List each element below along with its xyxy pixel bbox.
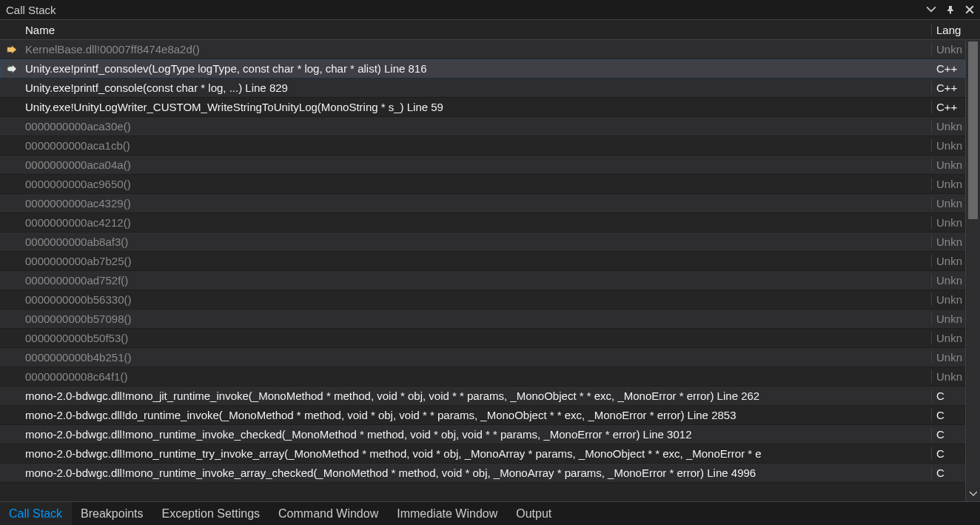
current-frame-arrow-icon (0, 45, 24, 54)
frame-name: 0000000000aca04a() (25, 158, 131, 171)
frame-language-cell: Unkn (932, 139, 965, 152)
frame-name-cell[interactable]: Unity.exe!UnityLogWriter_CUSTOM_WriteStr… (24, 101, 932, 113)
pin-icon[interactable] (944, 4, 956, 16)
tab-breakpoints[interactable]: Breakpoints (72, 502, 153, 525)
frame-name: 0000000000ad752f() (25, 274, 128, 287)
stack-frame-rows: KernelBase.dll!00007ff8474e8a2d()UnknUni… (0, 40, 965, 501)
frame-name-cell[interactable]: mono-2.0-bdwgc.dll!mono_runtime_invoke_c… (24, 428, 932, 441)
tab-output[interactable]: Output (507, 502, 561, 525)
frame-language-cell: C++ (932, 81, 965, 94)
frame-name-cell[interactable]: 0000000000b4b251() (24, 351, 932, 364)
frame-name-cell[interactable]: 0000000000b56330() (24, 293, 932, 306)
stack-frame-row[interactable]: 0000000000aca30e()Unkn (0, 117, 965, 136)
stack-frame-row[interactable]: mono-2.0-bdwgc.dll!do_runtime_invoke(_Mo… (0, 406, 965, 425)
stack-frame-row[interactable]: 0000000000b4b251()Unkn (0, 348, 965, 367)
frame-name: 0000000000aca30e() (25, 120, 131, 133)
stack-frame-row[interactable]: 00000000008c64f1()Unkn (0, 367, 965, 387)
frame-name-cell[interactable]: Unity.exe!printf_consolev(LogType logTyp… (24, 62, 932, 75)
stack-frame-row[interactable]: 0000000000ac9650()Unkn (0, 175, 965, 194)
frame-name-cell[interactable]: 00000000008c64f1() (24, 370, 932, 383)
frame-name: 0000000000ac9650() (25, 178, 131, 190)
tab-exception-settings[interactable]: Exception Settings (153, 502, 270, 525)
panel-title-actions (925, 4, 976, 16)
frame-name-cell[interactable]: 0000000000ad752f() (24, 274, 932, 287)
stack-frame-row[interactable]: KernelBase.dll!00007ff8474e8a2d()Unkn (0, 40, 965, 59)
frame-language-cell: Unkn (932, 158, 965, 171)
frame-name-cell[interactable]: 0000000000aca1cb() (24, 139, 932, 152)
frame-name: 00000000008c64f1() (25, 370, 127, 383)
frame-name-cell[interactable]: Unity.exe!printf_console(const char * lo… (24, 81, 932, 94)
frame-name-cell[interactable]: 0000000000aca04a() (24, 158, 932, 171)
frame-name-cell[interactable]: 0000000000ac4329() (24, 197, 932, 210)
frame-name-cell[interactable]: KernelBase.dll!00007ff8474e8a2d() (24, 43, 932, 56)
frame-name: Unity.exe!printf_console(const char * lo… (25, 81, 288, 94)
frame-language-cell: Unkn (932, 332, 965, 344)
frame-language-cell: Unkn (932, 120, 965, 133)
panel-title-bar: Call Stack (0, 0, 980, 20)
stack-frame-row[interactable]: 0000000000ac4212()Unkn (0, 213, 965, 233)
frame-name: 0000000000ab8af3() (25, 235, 128, 248)
tab-command-window[interactable]: Command Window (269, 502, 388, 525)
stack-frame-row[interactable]: 0000000000ac4329()Unkn (0, 194, 965, 213)
window-position-dropdown-icon[interactable] (925, 4, 937, 16)
panel-drag-region[interactable] (61, 0, 921, 19)
tab-immediate-window[interactable]: Immediate Window (388, 502, 507, 525)
stack-frame-row[interactable]: mono-2.0-bdwgc.dll!mono_runtime_try_invo… (0, 444, 965, 464)
frame-language-cell: Unkn (932, 370, 965, 383)
frame-name-cell[interactable]: 0000000000ac9650() (24, 178, 932, 190)
frame-name: 0000000000ac4212() (25, 216, 131, 229)
frame-language-cell: Unkn (932, 274, 965, 287)
stack-frame-row[interactable]: Unity.exe!UnityLogWriter_CUSTOM_WriteStr… (0, 98, 965, 117)
bottom-tab-bar: Call StackBreakpointsException SettingsC… (0, 501, 980, 525)
frame-name: KernelBase.dll!00007ff8474e8a2d() (25, 43, 200, 56)
frame-language-cell: C (932, 447, 965, 460)
frame-name-cell[interactable]: mono-2.0-bdwgc.dll!mono_jit_runtime_invo… (24, 389, 932, 402)
frame-name-cell[interactable]: mono-2.0-bdwgc.dll!do_runtime_invoke(_Mo… (24, 409, 932, 421)
frame-name: 0000000000ac4329() (25, 197, 131, 210)
frame-name-cell[interactable]: 0000000000b50f53() (24, 332, 932, 344)
stack-frame-row[interactable]: mono-2.0-bdwgc.dll!mono_jit_runtime_invo… (0, 387, 965, 406)
frame-language-cell: C (932, 389, 965, 402)
frame-name-cell[interactable]: 0000000000b57098() (24, 312, 932, 325)
tab-call-stack[interactable]: Call Stack (0, 502, 72, 525)
frame-name-cell[interactable]: 0000000000ab7b25() (24, 255, 932, 267)
frame-language-cell: C (932, 409, 965, 421)
frame-name-cell[interactable]: mono-2.0-bdwgc.dll!mono_runtime_try_invo… (24, 447, 932, 460)
frame-name-cell[interactable]: 0000000000ab8af3() (24, 235, 932, 248)
column-header-language[interactable]: Lang (932, 24, 965, 36)
stack-frame-row[interactable]: 0000000000ab8af3()Unkn (0, 233, 965, 252)
stack-frame-row[interactable]: mono-2.0-bdwgc.dll!mono_runtime_invoke_c… (0, 425, 965, 444)
stack-frame-row[interactable]: 0000000000aca04a()Unkn (0, 156, 965, 175)
stack-frame-row[interactable]: Unity.exe!printf_console(const char * lo… (0, 78, 965, 98)
frame-name: 0000000000b50f53() (25, 332, 128, 344)
frame-language-cell: Unkn (932, 255, 965, 267)
stack-frame-row[interactable]: 0000000000aca1cb()Unkn (0, 136, 965, 156)
frame-language-cell: Unkn (932, 351, 965, 364)
scrollbar-thumb[interactable] (968, 41, 978, 219)
stack-frame-row[interactable]: 0000000000b56330()Unkn (0, 290, 965, 310)
column-header-row: Name Lang (0, 20, 980, 40)
close-icon[interactable] (964, 4, 976, 16)
call-stack-panel: Call Stack Name Lang KernelBase.dll!0000… (0, 0, 980, 525)
frame-language-cell: C++ (932, 101, 965, 113)
frame-name: 0000000000b56330() (25, 293, 131, 306)
frame-name-cell[interactable]: 0000000000ac4212() (24, 216, 932, 229)
frame-name-cell[interactable]: mono-2.0-bdwgc.dll!mono_runtime_invoke_a… (24, 467, 932, 479)
frame-language-cell: Unkn (932, 43, 965, 56)
frame-name-cell[interactable]: 0000000000aca30e() (24, 120, 932, 133)
stack-frame-row[interactable]: mono-2.0-bdwgc.dll!mono_runtime_invoke_a… (0, 464, 965, 483)
stack-frame-row[interactable]: 0000000000b57098()Unkn (0, 310, 965, 329)
frame-language-cell: Unkn (932, 216, 965, 229)
frame-language-cell: Unkn (932, 312, 965, 325)
grid-wrapper: KernelBase.dll!00007ff8474e8a2d()UnknUni… (0, 40, 980, 501)
stack-frame-row[interactable]: Unity.exe!printf_consolev(LogType logTyp… (0, 59, 965, 78)
stack-frame-row[interactable]: 0000000000b50f53()Unkn (0, 329, 965, 348)
stack-frame-row[interactable]: 0000000000ab7b25()Unkn (0, 252, 965, 271)
column-header-name[interactable]: Name (24, 24, 932, 36)
scrollbar-down-icon[interactable] (966, 486, 980, 501)
frame-name: mono-2.0-bdwgc.dll!mono_runtime_invoke_c… (25, 428, 691, 441)
frame-name: mono-2.0-bdwgc.dll!mono_jit_runtime_invo… (25, 389, 759, 402)
vertical-scrollbar[interactable] (965, 40, 980, 501)
stack-frame-row[interactable]: 0000000000ad752f()Unkn (0, 271, 965, 290)
frame-name: 0000000000b57098() (25, 312, 131, 325)
